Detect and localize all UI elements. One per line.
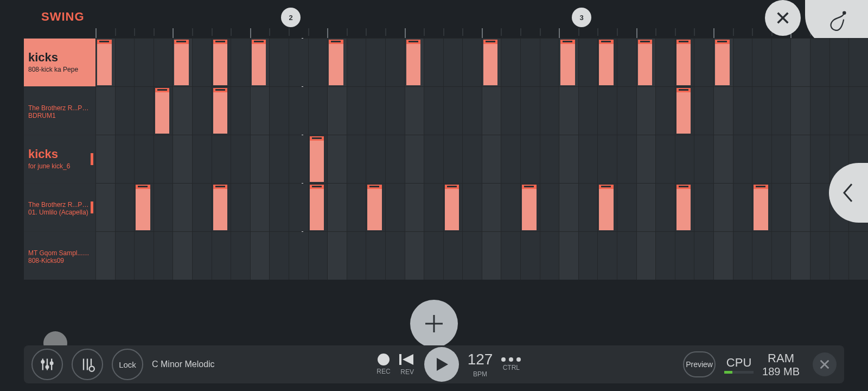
grid-cell[interactable] bbox=[810, 184, 829, 231]
grid-cell[interactable] bbox=[231, 39, 250, 86]
grid-cell[interactable] bbox=[327, 232, 347, 280]
track-header[interactable]: The Brotherz R...Packs01. Umlilo (Acapel… bbox=[24, 183, 95, 231]
grid-cell[interactable] bbox=[424, 184, 443, 231]
grid-cell[interactable] bbox=[482, 184, 501, 231]
grid-cell[interactable] bbox=[212, 87, 231, 135]
grid-cell[interactable] bbox=[559, 87, 578, 135]
grid-cell[interactable] bbox=[192, 87, 212, 135]
note[interactable] bbox=[367, 185, 382, 230]
grid-cell[interactable] bbox=[250, 87, 270, 135]
grid-cell[interactable] bbox=[173, 184, 192, 231]
grid-cell[interactable] bbox=[308, 232, 328, 280]
grid-cell[interactable] bbox=[617, 184, 636, 231]
grid-cell[interactable] bbox=[617, 39, 636, 86]
grid-cell[interactable] bbox=[192, 232, 212, 280]
grid-cell[interactable] bbox=[327, 87, 347, 135]
scale-label[interactable]: C Minor Melodic bbox=[152, 360, 215, 369]
grid-cell[interactable] bbox=[733, 232, 752, 280]
note[interactable] bbox=[560, 40, 575, 85]
grid-cell[interactable] bbox=[790, 39, 810, 86]
ctrl-button[interactable]: CTRL bbox=[501, 357, 521, 371]
track-header[interactable]: The Brotherz R...PacksBDRUM1 bbox=[24, 86, 95, 135]
note[interactable] bbox=[213, 88, 228, 134]
grid-cell[interactable] bbox=[347, 39, 366, 86]
grid-cell[interactable] bbox=[829, 87, 849, 135]
grid-cell[interactable] bbox=[192, 184, 212, 231]
grid-cell[interactable] bbox=[308, 39, 328, 86]
grid-cell[interactable] bbox=[173, 232, 192, 280]
grid-cell[interactable] bbox=[95, 135, 115, 183]
grid-cell[interactable] bbox=[501, 87, 520, 135]
grid-cell[interactable] bbox=[366, 135, 385, 183]
grid-cell[interactable] bbox=[173, 135, 192, 183]
grid-cell[interactable] bbox=[212, 39, 231, 86]
grid-cell[interactable] bbox=[134, 232, 154, 280]
grid-cell[interactable] bbox=[269, 39, 289, 86]
note[interactable] bbox=[754, 185, 768, 230]
grid-cell[interactable] bbox=[154, 232, 173, 280]
record-button[interactable]: REC bbox=[376, 354, 390, 375]
grid-cell[interactable] bbox=[829, 232, 849, 280]
grid-cell[interactable] bbox=[578, 135, 598, 183]
pattern-grid[interactable] bbox=[95, 38, 868, 280]
grid-cell[interactable] bbox=[250, 39, 270, 86]
grid-cell[interactable] bbox=[366, 39, 385, 86]
grid-cell[interactable] bbox=[462, 135, 482, 183]
grid-cell[interactable] bbox=[95, 39, 115, 86]
grid-cell[interactable] bbox=[810, 39, 829, 86]
grid-cell[interactable] bbox=[212, 232, 231, 280]
grid-cell[interactable] bbox=[405, 184, 424, 231]
grid-cell[interactable] bbox=[443, 232, 463, 280]
grid-cell[interactable] bbox=[655, 135, 675, 183]
note[interactable] bbox=[676, 185, 691, 230]
grid-cell[interactable] bbox=[405, 232, 424, 280]
play-button[interactable] bbox=[424, 347, 459, 382]
grid-cell[interactable] bbox=[655, 87, 675, 135]
note[interactable] bbox=[483, 40, 498, 85]
grid-cell[interactable] bbox=[675, 184, 694, 231]
note[interactable] bbox=[310, 136, 324, 182]
grid-cell[interactable] bbox=[482, 135, 501, 183]
grid-cell[interactable] bbox=[790, 135, 810, 183]
grid-cell[interactable] bbox=[462, 87, 482, 135]
grid-cell[interactable] bbox=[385, 135, 405, 183]
grid-cell[interactable] bbox=[134, 87, 154, 135]
note[interactable] bbox=[406, 40, 421, 85]
grid-cell[interactable] bbox=[520, 135, 540, 183]
grid-cell[interactable] bbox=[385, 39, 405, 86]
grid-cell[interactable] bbox=[115, 87, 135, 135]
grid-cell[interactable] bbox=[308, 184, 328, 231]
grid-cell[interactable] bbox=[115, 184, 135, 231]
note[interactable] bbox=[155, 88, 170, 134]
grid-cell[interactable] bbox=[134, 135, 154, 183]
note[interactable] bbox=[310, 185, 324, 230]
grid-cell[interactable] bbox=[713, 135, 733, 183]
grid-cell[interactable] bbox=[308, 87, 328, 135]
track-header[interactable]: kicksfor june kick_6 bbox=[24, 135, 95, 183]
grid-cell[interactable] bbox=[771, 39, 791, 86]
grid-cell[interactable] bbox=[443, 87, 463, 135]
grid-cell[interactable] bbox=[790, 184, 810, 231]
grid-cell[interactable] bbox=[540, 39, 559, 86]
grid-cell[interactable] bbox=[192, 39, 212, 86]
grid-cell[interactable] bbox=[173, 39, 192, 86]
channel-settings-button[interactable] bbox=[72, 349, 103, 380]
grid-cell[interactable] bbox=[269, 87, 289, 135]
swing-label[interactable]: SWING bbox=[41, 10, 85, 24]
grid-cell[interactable] bbox=[443, 135, 463, 183]
grid-cell[interactable] bbox=[675, 135, 694, 183]
grid-cell[interactable] bbox=[752, 87, 771, 135]
grid-cell[interactable] bbox=[231, 232, 250, 280]
grid-cell[interactable] bbox=[559, 184, 578, 231]
grid-cell[interactable] bbox=[501, 232, 520, 280]
grid-cell[interactable] bbox=[733, 135, 752, 183]
grid-cell[interactable] bbox=[482, 87, 501, 135]
bar-marker-2[interactable]: 2 bbox=[281, 8, 301, 27]
track-header[interactable]: kicks808-kick ka Pepe bbox=[24, 38, 95, 86]
grid-cell[interactable] bbox=[597, 232, 617, 280]
bar-marker-3[interactable]: 3 bbox=[572, 8, 591, 27]
grid-cell[interactable] bbox=[578, 39, 598, 86]
grid-cell[interactable] bbox=[771, 87, 791, 135]
grid-cell[interactable] bbox=[462, 232, 482, 280]
grid-cell[interactable] bbox=[269, 184, 289, 231]
